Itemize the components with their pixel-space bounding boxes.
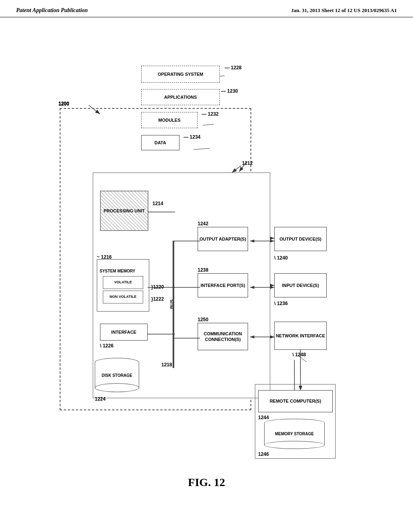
label-1234: — 1234	[184, 134, 200, 140]
box-interface-port: INTERFACE PORT(S)	[198, 273, 248, 297]
box-output-device: OUTPUT DEVICE(S)	[274, 227, 327, 251]
label-1242: 1242	[198, 221, 209, 227]
line-bus-proc	[148, 206, 175, 218]
label-1236: \ 1236	[274, 301, 288, 306]
label-system-memory-text: SYSTEM MEMORY	[99, 268, 136, 274]
diagram-area: 1200 1200 1212 OPERATING SYSTEM — 1228 A…	[0, 17, 413, 501]
label-1228: — 1228	[225, 65, 242, 71]
box-applications: APPLICATIONS	[141, 89, 220, 105]
box-communication: COMMUNICATION CONNECTION(S)	[198, 323, 248, 350]
box-system-memory-outer: SYSTEM MEMORY VOLATILE NON VOLATILE	[97, 259, 149, 312]
box-interface: INTERFACE	[100, 324, 148, 341]
box-network-interface: NETWORK INTERFACE	[274, 322, 327, 350]
arrow-output	[248, 235, 276, 247]
label-1224: 1224	[95, 396, 106, 402]
arrow-1212	[232, 160, 248, 177]
arrow-network	[248, 331, 276, 343]
box-non-volatile: NON VOLATILE	[103, 291, 143, 303]
line-bus-comm	[173, 334, 200, 342]
remote-computer-border	[255, 384, 336, 459]
line-bus-iport	[173, 283, 200, 291]
box-output-adapter: OUTPUT ADAPTER(S)	[198, 227, 248, 251]
box-operating-system: OPERATING SYSTEM	[141, 66, 220, 83]
box-modules: MODULES	[141, 112, 198, 128]
bus-line	[173, 241, 174, 368]
page-header: Patent Application Publication Jan. 31, …	[0, 0, 413, 17]
box-volatile: VOLATILE	[103, 276, 143, 289]
label-1226: \ 1226	[100, 343, 113, 349]
label-1222: }1222	[151, 296, 164, 302]
svg-line-22	[239, 162, 246, 172]
label-1218: 1218	[161, 362, 172, 368]
header-left: Patent Application Publication	[16, 7, 88, 14]
label-1240: \ 1240	[274, 255, 288, 261]
line-bus-output-adapter	[173, 237, 200, 245]
header-right: Jan. 31, 2013 Sheet 12 of 12 US 2013/029…	[291, 7, 397, 14]
label-1200: 1200	[58, 101, 69, 106]
label-1214: 1214	[152, 201, 163, 206]
box-input-device: INPUT DEVICE(S)	[274, 273, 327, 297]
label-1230: — 1230	[221, 88, 238, 94]
line-bus-iface	[148, 330, 175, 338]
label-1232: — 1232	[202, 111, 219, 117]
label-1216: ~ 1216	[97, 254, 112, 260]
line-bus-mem	[148, 283, 175, 291]
disk-storage-container: DISK STORAGE	[95, 358, 139, 392]
label-1238: 1238	[198, 267, 209, 273]
label-1250: 1250	[198, 317, 209, 322]
arrow-input	[248, 281, 276, 293]
fig-label: FIG. 12	[0, 476, 413, 489]
box-processing-unit: PROCESSING UNIT	[100, 191, 148, 231]
box-data: DATA	[141, 135, 179, 150]
disk-bottom	[95, 383, 139, 392]
